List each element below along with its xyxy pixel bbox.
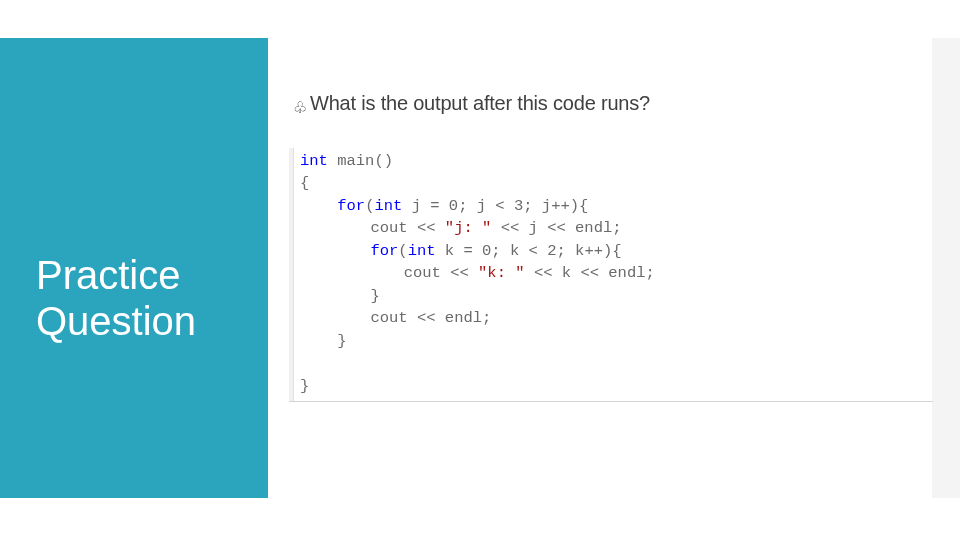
code-token: "j: " <box>445 219 492 237</box>
code-token <box>300 262 333 284</box>
code-token <box>333 262 366 284</box>
code-token: } <box>300 377 309 395</box>
slide-title: Practice Question <box>36 252 196 344</box>
bullet-icon: ♧ <box>293 98 307 117</box>
code-token <box>333 242 370 260</box>
title-line-2: Question <box>36 299 196 343</box>
code-token <box>300 217 333 239</box>
slide: Practice Question ♧ What is the output a… <box>0 0 960 540</box>
code-token: cout << <box>333 219 445 237</box>
code-token: for <box>337 197 365 215</box>
code-gutter <box>289 148 294 401</box>
code-token: main() <box>328 152 393 170</box>
title-line-1: Practice <box>36 253 181 297</box>
code-token: for <box>370 242 398 260</box>
code-token: ( <box>398 242 407 260</box>
code-token: cout << endl; <box>333 309 491 327</box>
code-token: cout << <box>366 264 478 282</box>
title-panel: Practice Question <box>0 38 268 498</box>
question-text: What is the output after this code runs? <box>310 92 650 115</box>
code-token: << k << endl; <box>525 264 655 282</box>
right-stripe <box>932 38 960 498</box>
code-block: int main() { for(int j = 0; j < 3; j++){… <box>289 148 933 402</box>
code-content: int main() { for(int j = 0; j < 3; j++){… <box>294 148 933 401</box>
code-token: "k: " <box>478 264 525 282</box>
code-token: int <box>408 242 436 260</box>
code-token: << j << endl; <box>491 219 621 237</box>
code-token: } <box>337 332 346 350</box>
code-token <box>300 307 333 329</box>
code-token <box>300 240 333 262</box>
code-token: } <box>333 287 380 305</box>
code-token: int <box>374 197 402 215</box>
code-token: int <box>300 152 328 170</box>
code-token: j = 0; j < 3; j++){ <box>402 197 588 215</box>
code-token: { <box>300 174 309 192</box>
code-token <box>300 285 333 307</box>
code-token <box>300 197 337 215</box>
code-token: k = 0; k < 2; k++){ <box>436 242 622 260</box>
code-token <box>300 332 337 350</box>
